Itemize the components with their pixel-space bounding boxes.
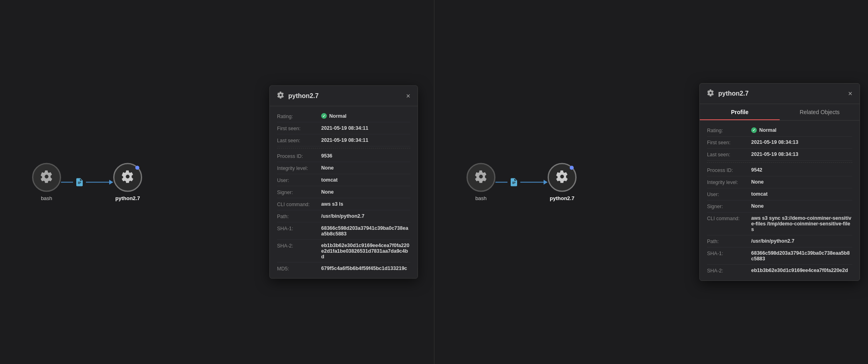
right-file-icon-container bbox=[509, 177, 519, 187]
right-rating-label: Rating: bbox=[707, 127, 751, 133]
right-signer-label: Signer: bbox=[707, 203, 751, 209]
path-row: Path: /usr/bin/python2.7 bbox=[277, 211, 410, 223]
line-left bbox=[61, 182, 73, 182]
python-node-circle bbox=[113, 163, 142, 192]
process-id-value: 9536 bbox=[321, 153, 410, 159]
right-sha1-row: SHA-1: 68366c598d203a37941c39ba0c738eaa5… bbox=[707, 247, 852, 265]
left-panel-title-text: python2.7 bbox=[288, 92, 319, 100]
left-graph: bash python2.7 bbox=[32, 163, 142, 201]
right-info-body: Rating: Normal First seen: 2021-05-19 08… bbox=[700, 121, 860, 280]
right-cli-value: aws s3 sync s3://demo-coinminer-sensitiv… bbox=[751, 215, 852, 232]
first-seen-value: 2021-05-19 08:34:11 bbox=[321, 125, 410, 131]
right-last-seen-label: Last seen: bbox=[707, 151, 751, 157]
arrow bbox=[109, 180, 113, 184]
bash-node[interactable]: bash bbox=[32, 163, 61, 201]
right-last-seen-value: 2021-05-19 08:34:13 bbox=[751, 151, 852, 157]
left-close-button[interactable]: × bbox=[406, 92, 410, 100]
right-line-right bbox=[520, 182, 544, 182]
right-python-node[interactable]: python2.7 bbox=[548, 163, 577, 201]
right-cli-row: CLI command: aws s3 sync s3://demo-coinm… bbox=[707, 213, 852, 235]
node-dot bbox=[135, 166, 139, 170]
cli-row: CLI command: aws s3 ls bbox=[277, 198, 410, 211]
integrity-value: None bbox=[321, 165, 410, 171]
right-panel-title-text: python2.7 bbox=[718, 90, 749, 97]
right-connector bbox=[495, 177, 548, 187]
md5-row: MD5: 679f5c4a6f5b6b4f59f45bc1d133219c bbox=[277, 263, 410, 274]
process-id-row: Process ID: 9536 bbox=[277, 150, 410, 162]
integrity-label: Integrity level: bbox=[277, 165, 321, 171]
right-python-label: python2.7 bbox=[550, 195, 574, 201]
right-rating-row: Rating: Normal bbox=[707, 125, 852, 137]
right-process-id-row: Process ID: 9542 bbox=[707, 164, 852, 176]
status-dot bbox=[321, 113, 327, 119]
md5-value: 679f5c4a6f5b6b4f59f45bc1d133219c bbox=[321, 266, 410, 271]
right-user-label: User: bbox=[707, 191, 751, 197]
right-sha2-label: SHA-2: bbox=[707, 268, 751, 274]
rating-row: Rating: Normal bbox=[277, 110, 410, 123]
python-node[interactable]: python2.7 bbox=[113, 163, 142, 201]
right-panel: bash python2.7 bbox=[434, 0, 868, 364]
sha2-label: SHA-2: bbox=[277, 243, 321, 249]
first-seen-label: First seen: bbox=[277, 125, 321, 131]
left-panel-header: python2.7 × bbox=[270, 86, 418, 106]
right-status-dot bbox=[751, 127, 757, 133]
cli-label: CLI command: bbox=[277, 201, 321, 207]
right-info-panel: python2.7 × Profile Related Objects Rati… bbox=[699, 83, 860, 281]
tabs-row: Profile Related Objects bbox=[700, 104, 860, 121]
right-panel-header: python2.7 × bbox=[700, 84, 860, 104]
right-user-row: User: tomcat bbox=[707, 188, 852, 200]
md5-label: MD5: bbox=[277, 266, 321, 272]
path-value: /usr/bin/python2.7 bbox=[321, 213, 410, 219]
right-arrow bbox=[544, 180, 548, 184]
right-divider-1 bbox=[707, 162, 852, 163]
path-label: Path: bbox=[277, 213, 321, 219]
right-signer-row: Signer: None bbox=[707, 200, 852, 213]
file-icon-container bbox=[75, 177, 84, 187]
right-cli-label: CLI command: bbox=[707, 215, 751, 221]
right-graph: bash python2.7 bbox=[467, 163, 577, 201]
right-panel-title: python2.7 bbox=[707, 89, 749, 98]
python-gear-icon bbox=[121, 170, 134, 185]
right-first-seen-value: 2021-05-19 08:34:13 bbox=[751, 139, 852, 145]
tab-related-objects[interactable]: Related Objects bbox=[780, 104, 860, 120]
sha1-value: 68366c598d203a37941c39ba0c738eaa5b8c5883 bbox=[321, 225, 410, 237]
gear-icon bbox=[40, 170, 53, 185]
right-first-seen-row: First seen: 2021-05-19 08:34:13 bbox=[707, 137, 852, 149]
right-integrity-row: Integrity level: None bbox=[707, 176, 852, 188]
right-rating-value: Normal bbox=[751, 127, 852, 133]
last-seen-row: Last seen: 2021-05-19 08:34:11 bbox=[277, 135, 410, 147]
process-id-label: Process ID: bbox=[277, 153, 321, 159]
divider-1 bbox=[277, 148, 410, 149]
signer-value: None bbox=[321, 189, 410, 195]
right-sha1-label: SHA-1: bbox=[707, 250, 751, 256]
bash-label: bash bbox=[41, 195, 52, 201]
last-seen-value: 2021-05-19 08:34:11 bbox=[321, 137, 410, 143]
right-sha2-value: eb1b3b62e30d1c9169ee4cea7f0fa220e2d bbox=[751, 268, 852, 273]
python-label: python2.7 bbox=[115, 195, 140, 201]
right-file-icon bbox=[509, 177, 519, 187]
right-sha1-value: 68366c598d203a37941c39ba0c738eaa5b8c5883 bbox=[751, 250, 852, 262]
right-signer-value: None bbox=[751, 203, 852, 209]
title-gear-icon bbox=[277, 92, 284, 100]
line-right bbox=[86, 182, 109, 182]
user-row: User: tomcat bbox=[277, 174, 410, 186]
right-first-seen-label: First seen: bbox=[707, 139, 751, 145]
tab-profile[interactable]: Profile bbox=[700, 104, 780, 120]
left-info-body: Rating: Normal First seen: 2021-05-19 08… bbox=[270, 106, 418, 278]
last-seen-label: Last seen: bbox=[277, 137, 321, 143]
signer-label: Signer: bbox=[277, 189, 321, 195]
file-icon bbox=[75, 177, 84, 187]
integrity-row: Integrity level: None bbox=[277, 162, 410, 174]
sha2-row: SHA-2: eb1b3b62e30d1c9169ee4cea7f0fa220e… bbox=[277, 240, 410, 263]
first-seen-row: First seen: 2021-05-19 08:34:11 bbox=[277, 123, 410, 135]
right-user-value: tomcat bbox=[751, 191, 852, 197]
rating-value: Normal bbox=[321, 113, 410, 119]
right-sha2-row: SHA-2: eb1b3b62e30d1c9169ee4cea7f0fa220e… bbox=[707, 265, 852, 276]
left-info-panel: python2.7 × Rating: Normal First seen: 2… bbox=[269, 86, 418, 279]
sha1-label: SHA-1: bbox=[277, 225, 321, 231]
right-bash-node[interactable]: bash bbox=[467, 163, 495, 201]
right-title-gear-icon bbox=[707, 89, 714, 98]
right-bash-gear-icon bbox=[475, 170, 487, 185]
right-close-button[interactable]: × bbox=[848, 90, 852, 97]
right-process-id-label: Process ID: bbox=[707, 167, 751, 173]
